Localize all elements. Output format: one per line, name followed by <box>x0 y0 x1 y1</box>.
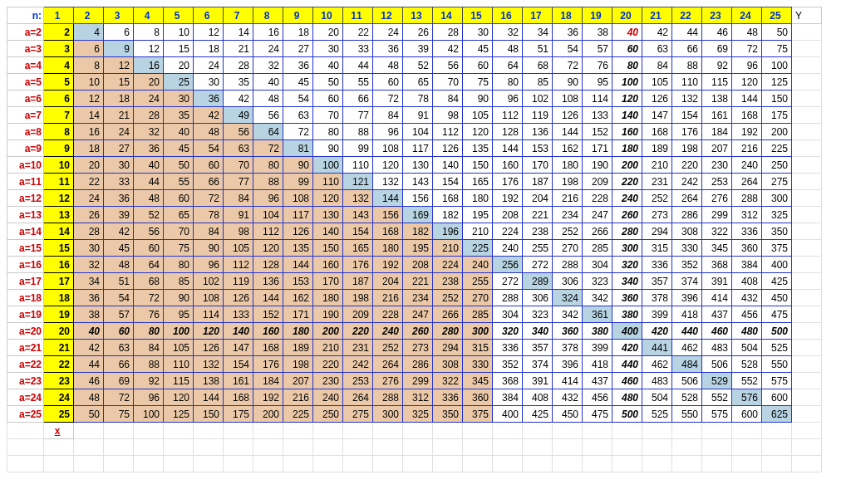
cell-a2-n3: 6 <box>104 24 134 41</box>
cell-a8-n11: 88 <box>343 124 373 140</box>
cell-a11-n22: 242 <box>672 174 702 190</box>
cell-a20-n7: 140 <box>224 323 253 340</box>
cell-a8-n14: 112 <box>433 124 463 140</box>
cell-a19-n20: 380 <box>612 306 642 323</box>
cell-a3-n25: 75 <box>762 41 792 57</box>
cell-a20-n18: 360 <box>553 323 583 340</box>
cell-a19-n19: 361 <box>583 306 612 323</box>
cell-a4-n5: 20 <box>164 57 194 74</box>
cell-a22-n2: 44 <box>74 356 104 373</box>
cell-a16-n12: 192 <box>373 257 403 273</box>
cell-a22-n15: 330 <box>463 356 493 373</box>
cell-a16-n16: 256 <box>493 257 523 273</box>
cell-a4-n24: 96 <box>732 57 762 74</box>
cell-a21-n17: 357 <box>523 340 553 356</box>
cell-a24-n1: 24 <box>44 389 74 406</box>
cell-a23-n18: 414 <box>553 373 583 389</box>
cell-a16-n23: 368 <box>702 257 732 273</box>
cell-a2-n9: 18 <box>283 24 313 41</box>
cell-a23-n14: 322 <box>433 373 463 389</box>
cell-a4-n22: 88 <box>672 57 702 74</box>
cell-a3-n10: 30 <box>313 41 343 57</box>
cell-a11-n23: 253 <box>702 174 732 190</box>
cell-a5-n11: 55 <box>343 74 373 91</box>
cell-a16-n2: 32 <box>74 257 104 273</box>
cell-a5-n24: 120 <box>732 74 762 91</box>
cell-a9-n4: 36 <box>134 140 164 157</box>
cell-a13-n11: 143 <box>343 207 373 223</box>
cell-a3-n2: 6 <box>74 41 104 57</box>
cell-a13-n3: 39 <box>104 207 134 223</box>
cell-a19-n8: 152 <box>253 306 283 323</box>
cell-a8-n20: 160 <box>612 124 642 140</box>
cell-a2-n14: 28 <box>433 24 463 41</box>
cell-a22-n5: 110 <box>164 356 194 373</box>
col-header-n4: 4 <box>134 7 164 24</box>
cell-a19-n12: 228 <box>373 306 403 323</box>
cell-a24-n15: 360 <box>463 389 493 406</box>
cell-a5-n18: 90 <box>553 74 583 91</box>
cell-a7-n14: 98 <box>433 107 463 124</box>
cell-a5-n15: 75 <box>463 74 493 91</box>
cell-a25-n1: 25 <box>44 406 74 423</box>
cell-a24-n3: 72 <box>104 389 134 406</box>
cell-a18-n19: 342 <box>583 290 612 306</box>
cell-a23-n9: 207 <box>283 373 313 389</box>
cell-a19-n16: 304 <box>493 306 523 323</box>
cell-a7-n15: 105 <box>463 107 493 124</box>
cell-a6-n3: 18 <box>104 91 134 107</box>
cell-a23-n4: 92 <box>134 373 164 389</box>
cell-a20-n22: 440 <box>672 323 702 340</box>
col-header-n17: 17 <box>523 7 553 24</box>
cell-a25-n16: 400 <box>493 406 523 423</box>
cell-a8-n1: 8 <box>44 124 74 140</box>
cell-a10-n5: 50 <box>164 157 194 174</box>
row-label-a5: a=5 <box>7 74 44 91</box>
cell-a21-n20: 420 <box>612 340 642 356</box>
cell-a13-n1: 13 <box>44 207 74 223</box>
cell-a21-n19: 399 <box>583 340 612 356</box>
cell-a3-n14: 42 <box>433 41 463 57</box>
cell-a17-n21: 357 <box>642 273 672 290</box>
cell-a21-n22: 462 <box>672 340 702 356</box>
cell-a19-n21: 399 <box>642 306 672 323</box>
col-header-n7: 7 <box>224 7 253 24</box>
cell-a18-n24: 432 <box>732 290 762 306</box>
cell-a4-n1: 4 <box>44 57 74 74</box>
cell-a8-n22: 176 <box>672 124 702 140</box>
cell-a12-n12: 144 <box>373 190 403 207</box>
cell-a9-n11: 99 <box>343 140 373 157</box>
cell-a6-n15: 90 <box>463 91 493 107</box>
cell-a6-n4: 24 <box>134 91 164 107</box>
cell-a13-n2: 26 <box>74 207 104 223</box>
row-label-a11: a=11 <box>7 174 44 190</box>
cell-a23-n7: 161 <box>224 373 253 389</box>
cell-a18-n9: 162 <box>283 290 313 306</box>
row-label-a19: a=19 <box>7 306 44 323</box>
cell-a4-n17: 68 <box>523 57 553 74</box>
cell-a13-n25: 325 <box>762 207 792 223</box>
cell-a10-n11: 110 <box>343 157 373 174</box>
cell-a4-n15: 60 <box>463 57 493 74</box>
cell-a24-n6: 144 <box>194 389 224 406</box>
cell-a19-n15: 285 <box>463 306 493 323</box>
cell-a7-n20: 140 <box>612 107 642 124</box>
cell-a20-n3: 60 <box>104 323 134 340</box>
cell-a25-n15: 375 <box>463 406 493 423</box>
cell-a5-n5: 25 <box>164 74 194 91</box>
cell-a21-n14: 294 <box>433 340 463 356</box>
cell-a5-n9: 45 <box>283 74 313 91</box>
cell-a16-n10: 160 <box>313 257 343 273</box>
cell-a3-n20: 60 <box>612 41 642 57</box>
cell-a5-n1: 5 <box>44 74 74 91</box>
cell-a2-n20: 40 <box>612 24 642 41</box>
cell-a3-n12: 36 <box>373 41 403 57</box>
cell-a22-n11: 242 <box>343 356 373 373</box>
cell-a15-n3: 45 <box>104 240 134 257</box>
cell-a25-n13: 325 <box>403 406 433 423</box>
row-label-a23: a=23 <box>7 373 44 389</box>
cell-a16-n5: 80 <box>164 257 194 273</box>
cell-a3-n6: 18 <box>194 41 224 57</box>
row-label-a20: a=20 <box>7 323 44 340</box>
cell-a21-n2: 42 <box>74 340 104 356</box>
